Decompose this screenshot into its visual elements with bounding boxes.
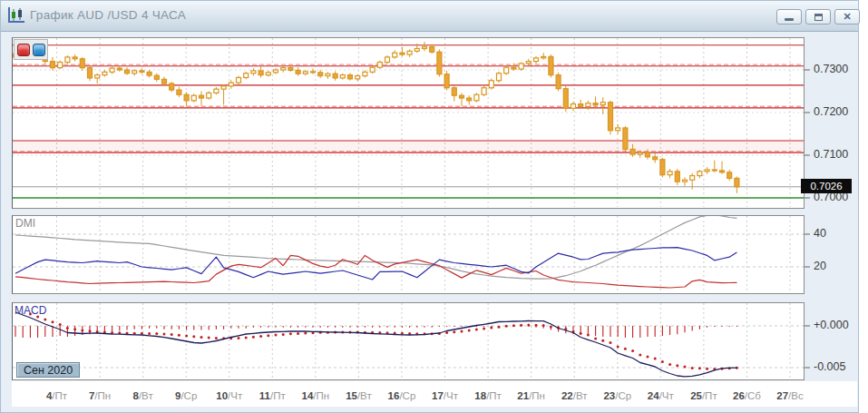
macd-label: MACD [15, 304, 46, 317]
time-axis-label: 27/Вс [776, 390, 803, 401]
time-axis[interactable]: 4/Пт7/Пн8/Вт9/Ср10/Чт11/Пт14/Пн15/Вт16/С… [12, 381, 857, 407]
time-axis-label: 11/Пт [259, 390, 286, 401]
time-axis-label: 22/Вт [561, 390, 588, 401]
time-axis-label: 23/Ср [603, 390, 631, 401]
restore-button[interactable] [805, 9, 831, 25]
month-badge: Сен 2020 [16, 362, 80, 378]
time-axis-label: 25/Пт [690, 390, 717, 401]
price-label: 0.7200 [814, 105, 848, 118]
time-axis-label: 10/Чт [216, 390, 242, 401]
minimize-button[interactable] [776, 9, 802, 25]
application-window: График AUD /USD 4 ЧАСА ✕ DMI MACD Сен 20… [0, 0, 868, 413]
time-axis-label: 26/Сб [733, 390, 761, 401]
close-button[interactable]: ✕ [834, 9, 860, 25]
dmi-scale-label: 40 [814, 227, 826, 240]
time-axis-label: 14/Пн [302, 390, 330, 401]
chart-window: График AUD /USD 4 ЧАСА ✕ DMI MACD Сен 20… [0, 0, 859, 413]
time-axis-label: 15/Вт [346, 390, 372, 401]
dmi-label: DMI [15, 217, 35, 230]
dmi-indicator-panel[interactable] [12, 215, 805, 294]
time-axis-label: 8/Вт [133, 390, 153, 401]
macd-scale-label: -0.005 [814, 360, 845, 373]
time-axis-label: 21/Пн [517, 390, 545, 401]
price-label: 0.7100 [814, 148, 848, 161]
time-axis-label: 16/Ср [388, 390, 416, 401]
title-bar[interactable]: График AUD /USD 4 ЧАСА ✕ [1, 1, 858, 32]
time-axis-label: 18/Пт [474, 390, 502, 401]
price-label: 0.7300 [814, 63, 848, 75]
restore-icon [806, 10, 830, 24]
dmi-scale-label: 20 [814, 260, 826, 272]
price-chart-panel[interactable] [12, 37, 805, 209]
time-axis-label: 17/Чт [432, 390, 458, 401]
time-axis-label: 7/Пн [89, 390, 111, 401]
close-icon: ✕ [835, 10, 859, 24]
minimize-icon [777, 10, 801, 24]
candlestick-chart-icon [6, 6, 26, 25]
macd-indicator-panel[interactable] [12, 302, 805, 380]
time-axis-label: 4/Пт [46, 390, 67, 401]
time-axis-label: 9/Ср [175, 390, 197, 401]
macd-scale-label: +0.000 [814, 319, 849, 331]
current-price-badge: 0.7026 [801, 179, 852, 193]
red-marker-button[interactable] [17, 44, 30, 56]
window-title: График AUD /USD 4 ЧАСА [30, 8, 186, 22]
time-axis-label: 24/Чт [648, 390, 674, 401]
marker-toolbar [14, 39, 48, 60]
blue-marker-button[interactable] [33, 44, 45, 56]
